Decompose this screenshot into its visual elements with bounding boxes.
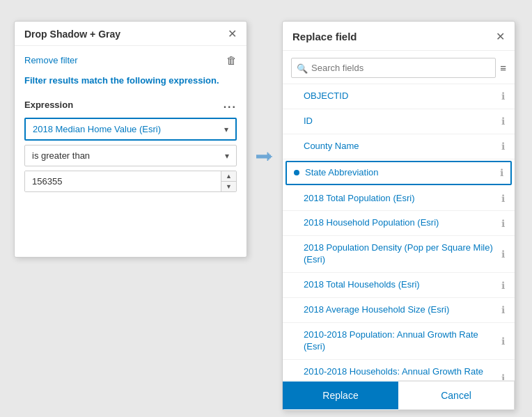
field-name-state-abbr: State Abbreviation <box>305 167 379 179</box>
field-item-left: 2010-2018 Population: Annual Growth Rate… <box>292 329 501 353</box>
info-icon-household-pop[interactable]: ℹ <box>501 218 505 229</box>
operator-value: is greater than <box>32 150 90 161</box>
replace-button[interactable]: Replace <box>283 381 398 409</box>
field-name-household-pop: 2018 Household Population (Esri) <box>304 217 439 229</box>
field-item-household-pop[interactable]: 2018 Household Population (Esri)ℹ <box>283 211 515 236</box>
field-name-pop-growth: 2010-2018 Population: Annual Growth Rate… <box>304 329 501 353</box>
field-item-left: 2018 Total Households (Esri) <box>292 279 420 291</box>
info-icon-county-name[interactable]: ℹ <box>501 141 505 152</box>
field-name-avg-household: 2018 Average Household Size (Esri) <box>304 304 449 316</box>
filter-desc-bold: match <box>81 75 108 86</box>
field-name-county-name: County Name <box>304 141 359 152</box>
field-item-left: OBJECTID <box>292 91 348 102</box>
field-item-state-abbr[interactable]: State Abbreviationℹ <box>285 161 512 185</box>
panel-title: Drop Shadow + Gray <box>24 29 120 40</box>
field-item-county-name[interactable]: County Nameℹ <box>283 134 515 159</box>
panel-body: Remove filter 🗑 Filter results match the… <box>15 46 247 200</box>
selected-bullet-icon <box>294 170 299 175</box>
field-item-left: County Name <box>292 141 359 152</box>
field-name-objectid: OBJECTID <box>304 91 348 102</box>
field-item-pop-density[interactable]: 2018 Population Density (Pop per Square … <box>283 236 515 273</box>
arrow-container: ⮕ <box>247 21 282 169</box>
info-icon-total-pop[interactable]: ℹ <box>501 193 505 204</box>
value-input-row: ▲ ▼ <box>24 171 237 192</box>
value-spinners: ▲ ▼ <box>221 171 236 191</box>
replace-field-header: Replace field ✕ <box>283 22 515 51</box>
search-icon: 🔍 <box>297 63 308 73</box>
filter-desc-suffix: the following expression. <box>108 75 219 86</box>
info-icon-pop-growth[interactable]: ℹ <box>501 336 505 347</box>
operator-dropdown[interactable]: is greater than ▾ <box>24 145 237 166</box>
filter-panel: Drop Shadow + Gray ✕ Remove filter 🗑 Fil… <box>14 21 247 258</box>
value-increment-button[interactable]: ▲ <box>221 171 236 182</box>
field-item-households-growth[interactable]: 2010-2018 Households: Annual Growth Rate… <box>283 360 515 381</box>
field-item-left: 2018 Total Population (Esri) <box>292 193 414 205</box>
field-name-id: ID <box>304 116 313 127</box>
field-select-value: 2018 Median Home Value (Esri) <box>33 124 161 134</box>
info-icon-households-growth[interactable]: ℹ <box>501 372 505 381</box>
right-arrow-icon: ⮕ <box>255 146 274 169</box>
value-decrement-button[interactable]: ▼ <box>221 182 236 191</box>
field-item-left: State Abbreviation <box>294 167 379 179</box>
field-select-dropdown[interactable]: 2018 Median Home Value (Esri) ▾ <box>24 118 237 141</box>
info-icon-total-households[interactable]: ℹ <box>501 280 505 291</box>
field-item-left: ID <box>292 116 313 127</box>
field-item-left: 2018 Population Density (Pop per Square … <box>292 242 501 266</box>
info-icon-avg-household[interactable]: ℹ <box>501 304 505 315</box>
field-name-households-growth: 2010-2018 Households: Annual Growth Rate… <box>304 366 501 381</box>
close-right-panel-button[interactable]: ✕ <box>496 30 505 43</box>
field-item-avg-household[interactable]: 2018 Average Household Size (Esri)ℹ <box>283 298 515 323</box>
expression-label: Expression <box>24 100 73 110</box>
field-name-total-households: 2018 Total Households (Esri) <box>304 279 420 291</box>
info-icon-id[interactable]: ℹ <box>501 116 505 127</box>
info-icon-pop-density[interactable]: ℹ <box>501 249 505 260</box>
remove-filter-button[interactable]: Remove filter <box>24 55 78 65</box>
replace-field-title: Replace field <box>292 31 357 42</box>
field-item-objectid[interactable]: OBJECTIDℹ <box>283 84 515 109</box>
replace-field-panel: Replace field ✕ 🔍 ≡ OBJECTIDℹIDℹCounty N… <box>282 21 515 411</box>
field-item-left: 2018 Household Population (Esri) <box>292 217 439 229</box>
fields-list: OBJECTIDℹIDℹCounty NameℹState Abbreviati… <box>283 84 515 381</box>
field-item-total-pop[interactable]: 2018 Total Population (Esri)ℹ <box>283 187 515 212</box>
field-chevron-icon: ▾ <box>224 125 228 134</box>
field-name-pop-density: 2018 Population Density (Pop per Square … <box>304 242 501 266</box>
filter-description: Filter results match the following expre… <box>24 74 237 87</box>
info-icon-objectid[interactable]: ℹ <box>501 91 505 102</box>
search-wrapper: 🔍 <box>291 58 496 78</box>
field-name-total-pop: 2018 Total Population (Esri) <box>304 193 414 205</box>
filter-desc-prefix: Filter results <box>24 75 81 86</box>
cancel-button[interactable]: Cancel <box>398 381 515 410</box>
expression-menu-button[interactable]: ... <box>224 98 237 111</box>
field-item-total-households[interactable]: 2018 Total Households (Esri)ℹ <box>283 273 515 298</box>
field-item-left: 2018 Average Household Size (Esri) <box>292 304 449 316</box>
close-left-panel-button[interactable]: ✕ <box>228 29 237 40</box>
search-fields-input[interactable] <box>291 58 496 78</box>
filter-icon-button[interactable]: ≡ <box>500 62 506 74</box>
remove-filter-row: Remove filter 🗑 <box>24 54 237 66</box>
info-icon-state-abbr[interactable]: ℹ <box>500 167 503 178</box>
value-input[interactable] <box>25 171 221 191</box>
field-item-left: 2010-2018 Households: Annual Growth Rate… <box>292 366 501 381</box>
trash-icon[interactable]: 🗑 <box>226 54 237 66</box>
right-footer: Replace Cancel <box>283 381 515 410</box>
search-row: 🔍 ≡ <box>283 51 515 84</box>
field-item-id[interactable]: IDℹ <box>283 109 515 134</box>
field-item-pop-growth[interactable]: 2010-2018 Population: Annual Growth Rate… <box>283 323 515 360</box>
panel-header: Drop Shadow + Gray ✕ <box>15 22 247 46</box>
operator-chevron-icon: ▾ <box>225 151 229 161</box>
expression-header: Expression ... <box>24 98 237 111</box>
